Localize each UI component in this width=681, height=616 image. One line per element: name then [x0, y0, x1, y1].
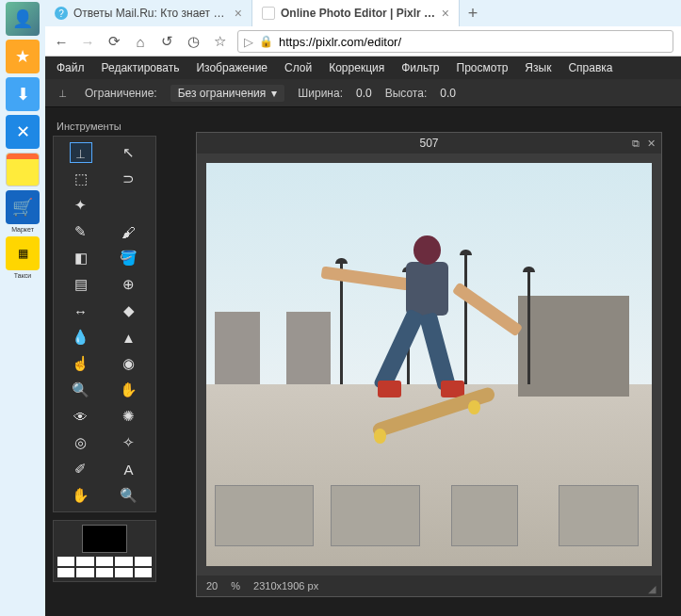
canvas-viewport[interactable] — [197, 154, 661, 575]
tab-bar: ? Ответы Mail.Ru: Кто знает таку... × On… — [45, 0, 681, 26]
pencil-tool[interactable]: ✎ — [70, 221, 92, 242]
swatch[interactable] — [115, 557, 132, 566]
window-restore-icon[interactable]: ⧉ — [632, 138, 640, 150]
tab-close-icon[interactable]: × — [235, 6, 242, 21]
drawing-tool[interactable]: ◆ — [118, 300, 140, 321]
swatch[interactable] — [96, 568, 113, 577]
move-tool[interactable]: ↖ — [118, 142, 140, 163]
menu-adjustment[interactable]: Коррекция — [329, 61, 384, 74]
crop-tool[interactable]: ⟂ — [70, 142, 92, 163]
bookmark-star-icon[interactable]: ☆ — [211, 33, 228, 50]
pixlr-app: Файл Редактировать Изображение Слой Корр… — [45, 57, 681, 616]
favorites-icon[interactable]: ★ — [6, 40, 40, 73]
swatch[interactable] — [96, 557, 113, 566]
brush-tool[interactable]: 🖌 — [118, 221, 140, 242]
tool-grid: ⟂ ↖ ⬚ ⊃ ✦ ✎ 🖌 ◧ 🪣 ▤ ⊕ ↔ ◆ 💧 ▲ ☝ ◉ 🔍 ✋ 👁 … — [53, 136, 156, 512]
menu-view[interactable]: Просмотр — [457, 61, 509, 74]
width-value[interactable]: 0.0 — [356, 87, 372, 100]
avatar-icon[interactable]: 👤 — [6, 2, 40, 36]
history-button[interactable]: ↺ — [158, 33, 175, 50]
swatch[interactable] — [57, 568, 74, 577]
tool-panel: Инструменты ⟂ ↖ ⬚ ⊃ ✦ ✎ 🖌 ◧ 🪣 ▤ ⊕ ↔ ◆ 💧 … — [53, 121, 156, 582]
reload-button[interactable]: ⟳ — [105, 33, 122, 50]
paint-bucket-tool[interactable]: 🪣 — [118, 248, 140, 268]
swatch[interactable] — [135, 557, 152, 566]
height-label: Высота: — [385, 87, 428, 100]
market-label: Маркет — [11, 226, 34, 233]
canvas-image[interactable] — [206, 163, 652, 566]
color-swatches — [53, 520, 156, 582]
burn-tool[interactable]: ✋ — [118, 380, 140, 400]
canvas-statusbar: 20 % 2310x1906 px ◢ — [197, 575, 661, 596]
menu-file[interactable]: Файл — [57, 61, 85, 74]
wand-tool[interactable]: ✦ — [70, 195, 92, 216]
tab-title: Online Photo Editor | Pixlr Editor | ... — [281, 7, 436, 20]
os-sidebar: 👤 ★ ⬇ ✕ 🛒 Маркет ▦ Такси — [0, 0, 45, 616]
constraint-select[interactable]: Без ограничения ▾ — [170, 85, 285, 102]
hand-tool[interactable]: ✋ — [70, 485, 92, 506]
eraser-tool[interactable]: ◧ — [70, 248, 92, 268]
back-button[interactable]: ← — [53, 33, 70, 50]
bloat-tool[interactable]: ◎ — [70, 432, 92, 453]
type-tool[interactable]: A — [118, 459, 140, 479]
menu-image[interactable]: Изображение — [196, 61, 268, 74]
menu-language[interactable]: Язык — [525, 61, 551, 74]
sharpen-tool[interactable]: ▲ — [118, 327, 140, 348]
menu-help[interactable]: Справка — [568, 61, 612, 74]
swatch[interactable] — [76, 568, 93, 577]
spot-heal-tool[interactable]: ✺ — [118, 406, 140, 427]
menu-layer[interactable]: Слой — [284, 61, 312, 74]
favicon-icon — [262, 7, 275, 20]
height-value[interactable]: 0.0 — [440, 87, 456, 100]
zoom-value[interactable]: 20 — [206, 580, 218, 592]
taxi-icon[interactable]: ▦ — [6, 236, 40, 270]
swatch[interactable] — [57, 557, 74, 566]
canvas-window: 507 ⧉ ✕ 20 — [196, 132, 662, 597]
browser-chrome: ? Ответы Mail.Ru: Кто знает таку... × On… — [45, 0, 681, 57]
blur-tool[interactable]: 💧 — [70, 327, 92, 348]
foreground-color[interactable] — [82, 525, 127, 553]
shield-icon: ▷ — [244, 35, 253, 49]
home-button[interactable]: ⌂ — [132, 33, 149, 50]
canvas-titlebar[interactable]: 507 ⧉ ✕ — [197, 133, 661, 154]
favicon-icon: ? — [55, 7, 68, 20]
menu-filter[interactable]: Фильтр — [401, 61, 439, 74]
forward-button[interactable]: → — [79, 33, 96, 50]
lasso-tool[interactable]: ⊃ — [118, 169, 140, 189]
width-label: Ширина: — [298, 87, 343, 100]
browser-tab[interactable]: ? Ответы Mail.Ru: Кто знает таку... × — [45, 0, 252, 26]
resize-grip-icon[interactable]: ◢ — [648, 583, 659, 594]
menu-bar: Файл Редактировать Изображение Слой Корр… — [45, 57, 681, 79]
colorpicker-tool[interactable]: ✐ — [70, 459, 92, 479]
tools-icon[interactable]: ✕ — [6, 115, 40, 149]
marquee-tool[interactable]: ⬚ — [70, 169, 92, 189]
swatch[interactable] — [135, 568, 152, 577]
smudge-tool[interactable]: ☝ — [70, 353, 92, 374]
zoom-tool[interactable]: 🔍 — [118, 485, 140, 506]
pinch-tool[interactable]: ✧ — [118, 432, 140, 453]
options-bar: ⟂ Ограничение: Без ограничения ▾ Ширина:… — [45, 79, 681, 107]
sponge-tool[interactable]: ◉ — [118, 353, 140, 374]
new-tab-button[interactable]: + — [460, 0, 486, 26]
menu-edit[interactable]: Редактировать — [102, 61, 180, 74]
notes-icon[interactable] — [6, 153, 40, 186]
browser-tab[interactable]: Online Photo Editor | Pixlr Editor | ...… — [252, 0, 460, 26]
swatch[interactable] — [115, 568, 132, 577]
swatch[interactable] — [76, 557, 93, 566]
tab-title: Ответы Mail.Ru: Кто знает таку... — [73, 7, 229, 20]
spacer — [118, 195, 140, 216]
url-bar[interactable]: ▷ 🔒 https://pixlr.com/editor/ — [237, 30, 673, 53]
crop-icon: ⟂ — [53, 84, 72, 103]
tab-close-icon[interactable]: × — [442, 6, 449, 21]
color-replace-tool[interactable]: ↔ — [70, 300, 92, 321]
zoom-unit: % — [231, 580, 240, 592]
market-icon[interactable]: 🛒 — [6, 190, 40, 224]
gradient-tool[interactable]: ▤ — [70, 274, 92, 295]
clock-icon[interactable]: ◷ — [185, 33, 202, 50]
window-close-icon[interactable]: ✕ — [647, 138, 656, 150]
dodge-tool[interactable]: 🔍 — [70, 380, 92, 400]
red-eye-tool[interactable]: 👁 — [70, 406, 92, 427]
downloads-icon[interactable]: ⬇ — [6, 77, 40, 111]
constraint-value: Без ограничения — [178, 87, 267, 100]
clone-stamp-tool[interactable]: ⊕ — [118, 274, 140, 295]
